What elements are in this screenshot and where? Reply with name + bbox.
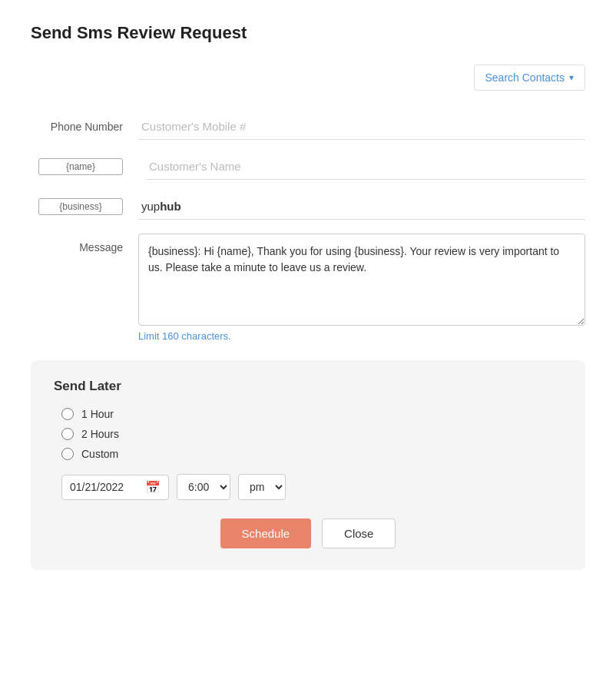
chevron-down-icon: ▾ — [569, 72, 574, 83]
ampm-select[interactable]: am pm — [238, 474, 286, 500]
radio-custom-label: Custom — [81, 448, 118, 460]
radio-1-hour[interactable]: 1 Hour — [61, 408, 562, 420]
form-area: Phone Number {name} {business} Scheduley… — [31, 106, 585, 570]
radio-custom[interactable]: Custom — [61, 448, 562, 460]
business-row: {business} Scheduleyuphub — [31, 194, 585, 220]
business-hub: hub — [160, 200, 181, 213]
radio-2-hours-label: 2 Hours — [81, 428, 119, 440]
send-later-title: Send Later — [54, 379, 562, 394]
action-buttons: Schedule Close — [54, 518, 562, 548]
name-row: {name} — [31, 154, 585, 180]
datetime-row: 📅 6:00 7:00 8:00 am pm — [54, 474, 562, 500]
radio-2-hours-input[interactable] — [61, 428, 74, 440]
radio-2-hours[interactable]: 2 Hours — [61, 428, 562, 440]
radio-custom-input[interactable] — [61, 448, 74, 460]
phone-number-input[interactable] — [138, 114, 585, 140]
schedule-button[interactable]: Schedule — [220, 518, 312, 548]
radio-group: 1 Hour 2 Hours Custom — [54, 408, 562, 460]
char-limit-text: Limit 160 characters. — [138, 330, 585, 342]
search-contacts-button[interactable]: Search Contacts ▾ — [474, 65, 586, 91]
close-button[interactable]: Close — [322, 518, 396, 548]
date-input[interactable] — [70, 481, 139, 493]
message-textarea[interactable]: {business}: Hi {name}, Thank you for usi… — [138, 234, 585, 326]
business-tag: {business} — [38, 198, 123, 215]
page-title: Send Sms Review Request — [31, 23, 585, 43]
radio-1-hour-label: 1 Hour — [81, 408, 114, 420]
radio-1-hour-input[interactable] — [61, 408, 74, 420]
search-contacts-label: Search Contacts — [485, 71, 565, 84]
business-value: Scheduleyuphub — [138, 194, 585, 220]
phone-number-label: Phone Number — [31, 121, 138, 133]
phone-number-row: Phone Number — [31, 114, 585, 140]
name-input[interactable] — [146, 154, 585, 180]
time-select[interactable]: 6:00 7:00 8:00 — [177, 474, 230, 500]
message-label: Message — [31, 234, 138, 253]
send-later-box: Send Later 1 Hour 2 Hours Custom 📅 6:00 — [31, 360, 585, 570]
name-tag: {name} — [38, 158, 123, 175]
calendar-icon[interactable]: 📅 — [145, 480, 161, 495]
message-row: Message {business}: Hi {name}, Thank you… — [31, 234, 585, 326]
date-input-wrap: 📅 — [61, 475, 169, 500]
